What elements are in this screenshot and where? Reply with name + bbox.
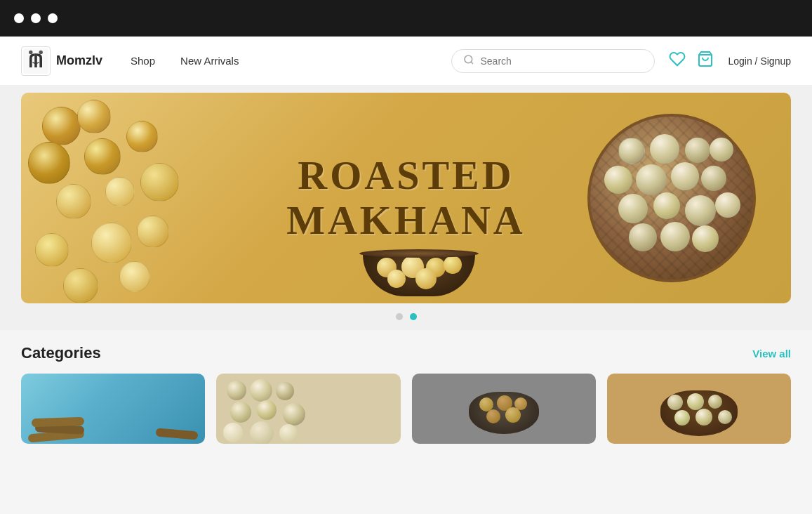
search-input[interactable] [480, 55, 643, 67]
banner: ROASTED MAKHANA [21, 93, 791, 303]
logo-text: Momzlv [56, 53, 102, 68]
titlebar [0, 0, 812, 37]
nav-new-arrivals[interactable]: New Arrivals [180, 55, 239, 67]
svg-point-3 [465, 55, 472, 63]
category-card-4[interactable] [607, 374, 791, 444]
login-signup-button[interactable]: Login / Signup [728, 55, 791, 67]
categories-header: Categories View all [21, 344, 791, 362]
search-icon [463, 54, 474, 68]
basket-decoration [573, 103, 770, 293]
svg-point-2 [29, 50, 32, 53]
svg-point-1 [39, 50, 43, 53]
banner-title-line1: ROASTED [286, 153, 526, 198]
titlebar-dot-3 [48, 13, 58, 23]
category-card-1[interactable] [21, 374, 205, 444]
nav-shop[interactable]: Shop [131, 55, 155, 67]
carousel-dot-1[interactable] [396, 313, 403, 320]
category-card-2[interactable] [216, 374, 400, 444]
search-bar [451, 49, 655, 73]
categories-title: Categories [21, 344, 101, 362]
navbar: Momzlv Shop New Arrivals Login / S [0, 37, 812, 86]
categories-grid [21, 374, 791, 444]
banner-left-decoration [21, 93, 175, 303]
banner-text: ROASTED MAKHANA [286, 153, 526, 243]
nav-links: Shop New Arrivals [131, 55, 451, 67]
categories-section: Categories View all [0, 330, 812, 451]
banner-section: ROASTED MAKHANA [0, 86, 812, 303]
category-card-3[interactable] [412, 374, 596, 444]
view-all-link[interactable]: View all [752, 348, 791, 360]
titlebar-dot-1 [14, 13, 24, 23]
carousel-dots [0, 303, 812, 330]
cart-icon[interactable] [697, 51, 714, 72]
logo-icon [21, 46, 51, 76]
nav-icons [669, 51, 714, 72]
wishlist-icon[interactable] [669, 51, 686, 72]
svg-line-4 [472, 62, 474, 64]
titlebar-dot-2 [31, 13, 41, 23]
logo[interactable]: Momzlv [21, 46, 102, 76]
carousel-dot-2[interactable] [410, 313, 417, 320]
banner-title-line2: MAKHANA [286, 198, 526, 243]
